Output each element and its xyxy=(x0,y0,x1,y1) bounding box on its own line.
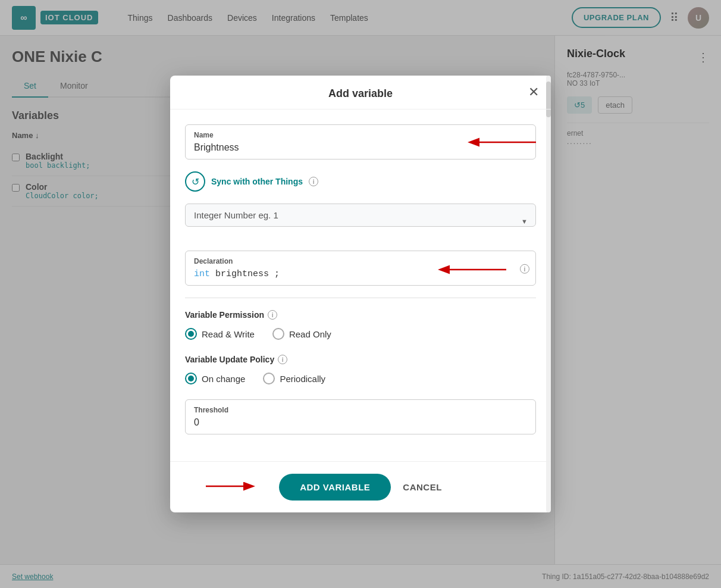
threshold-label: Threshold xyxy=(194,406,527,414)
radio-read-only-label: Read Only xyxy=(289,329,331,339)
declaration-info-icon[interactable]: i xyxy=(520,262,529,274)
modal-close-button[interactable]: ✕ xyxy=(528,86,539,99)
add-variable-modal: Add variable ✕ Name ↺ Sync with other Th… xyxy=(170,76,551,512)
modal-header: Add variable ✕ xyxy=(170,76,551,110)
sync-info-icon[interactable]: i xyxy=(309,177,318,186)
update-policy-section-label: Variable Update Policy i xyxy=(185,355,536,364)
declaration-group: Declaration int brightness ; i xyxy=(185,251,536,286)
threshold-box: Threshold 0 xyxy=(185,399,536,434)
radio-periodically-circle[interactable] xyxy=(263,373,275,384)
modal-title: Add variable xyxy=(328,87,393,100)
radio-read-write-label: Read & Write xyxy=(202,329,255,339)
permission-radio-group: Read & Write Read Only xyxy=(185,328,536,340)
policy-periodically[interactable]: Periodically xyxy=(263,373,325,384)
sync-row: ↺ Sync with other Things i xyxy=(185,171,536,192)
add-variable-button[interactable]: ADD VARIABLE xyxy=(279,474,391,501)
declaration-keyword: int xyxy=(194,269,210,279)
add-button-arrow-annotation xyxy=(206,479,259,496)
declaration-rest: brightness ; xyxy=(210,269,280,279)
permission-read-write[interactable]: Read & Write xyxy=(185,328,255,340)
modal-body: Name ↺ Sync with other Things i Integer … xyxy=(170,110,551,461)
update-policy-info-icon[interactable]: i xyxy=(278,355,287,364)
policy-on-change[interactable]: On change xyxy=(185,373,245,384)
radio-periodically-label: Periodically xyxy=(280,374,325,384)
scroll-track xyxy=(546,76,551,512)
sync-label: Sync with other Things xyxy=(211,177,303,186)
type-select-wrapper: Integer Number eg. 1 xyxy=(185,204,536,239)
update-policy-label: Variable Update Policy xyxy=(185,355,274,364)
update-policy-radio-group: On change Periodically xyxy=(185,373,536,384)
cancel-button[interactable]: CANCEL xyxy=(403,482,442,492)
radio-on-change-circle[interactable] xyxy=(185,373,197,384)
radio-read-only-circle[interactable] xyxy=(272,328,284,340)
threshold-value: 0 xyxy=(194,417,527,428)
sync-icon[interactable]: ↺ xyxy=(185,171,205,192)
permission-section-label: Variable Permission i xyxy=(185,310,536,320)
divider xyxy=(185,298,536,298)
radio-on-change-label: On change xyxy=(202,374,245,384)
type-select[interactable]: Integer Number eg. 1 xyxy=(185,204,536,227)
name-field-group: Name xyxy=(185,124,536,159)
radio-read-write-circle[interactable] xyxy=(185,328,197,340)
modal-footer: ADD VARIABLE CANCEL xyxy=(170,461,551,512)
permission-label: Variable Permission xyxy=(185,310,264,320)
permission-read-only[interactable]: Read Only xyxy=(272,328,331,340)
permission-info-icon[interactable]: i xyxy=(268,310,277,320)
